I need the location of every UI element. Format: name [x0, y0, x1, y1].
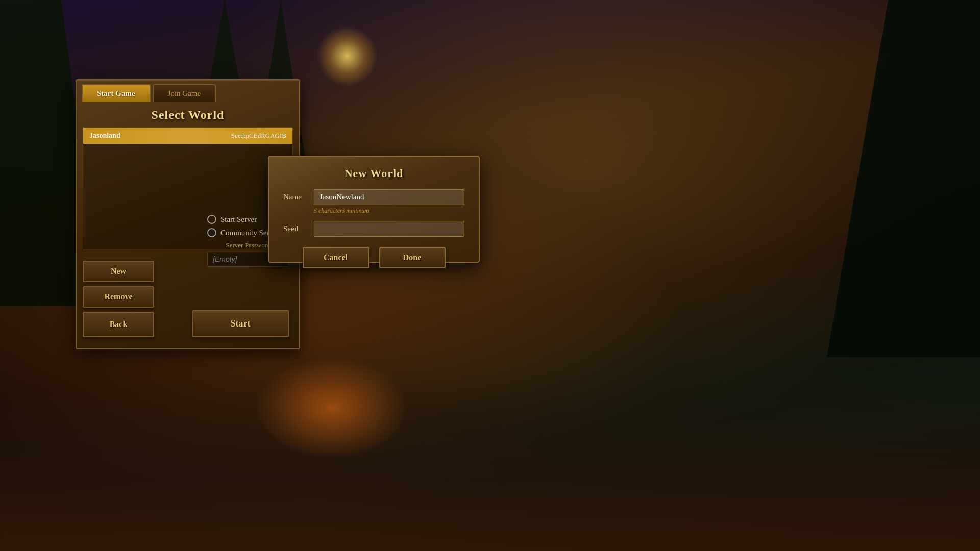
- seed-row-inner: Seed: [283, 221, 464, 237]
- world-name: Jasonland: [89, 132, 120, 140]
- start-button[interactable]: Start: [192, 310, 289, 337]
- action-buttons: New Remove: [83, 261, 154, 308]
- name-label: Name: [283, 193, 309, 202]
- name-input[interactable]: [314, 189, 464, 205]
- select-world-panel: Start Game Join Game Select World Jasonl…: [76, 79, 300, 349]
- seed-input[interactable]: [314, 221, 464, 237]
- sun-glow: [316, 26, 378, 87]
- world-list-item[interactable]: Jasonland Seed:pCEdRGAGIB: [83, 128, 292, 144]
- new-button[interactable]: New: [83, 261, 154, 282]
- remove-button[interactable]: Remove: [83, 286, 154, 308]
- panel-title: Select World: [77, 108, 299, 122]
- done-button[interactable]: Done: [379, 247, 446, 268]
- start-server-radio[interactable]: [207, 215, 216, 224]
- campfire-glow: [255, 357, 408, 459]
- community-server-radio[interactable]: [207, 228, 216, 237]
- back-button[interactable]: Back: [83, 312, 154, 337]
- name-form-row: Name 5 characters minimum: [283, 189, 464, 215]
- tab-start-game[interactable]: Start Game: [82, 84, 151, 102]
- world-seed: Seed:pCEdRGAGIB: [231, 132, 286, 140]
- seed-label: Seed: [283, 224, 309, 233]
- new-world-dialog: New World Name 5 characters minimum Seed…: [268, 156, 480, 263]
- seed-form-row: Seed: [283, 221, 464, 239]
- dialog-title: New World: [283, 167, 464, 180]
- name-row-inner: Name: [283, 189, 464, 205]
- ground-decoration: [0, 372, 980, 551]
- tabs-row: Start Game Join Game: [77, 80, 299, 102]
- cancel-button[interactable]: Cancel: [303, 247, 369, 268]
- name-hint: 5 characters minimum: [314, 207, 369, 215]
- dialog-buttons: Cancel Done: [283, 247, 464, 268]
- start-server-label: Start Server: [220, 215, 257, 224]
- tab-join-game[interactable]: Join Game: [153, 84, 216, 102]
